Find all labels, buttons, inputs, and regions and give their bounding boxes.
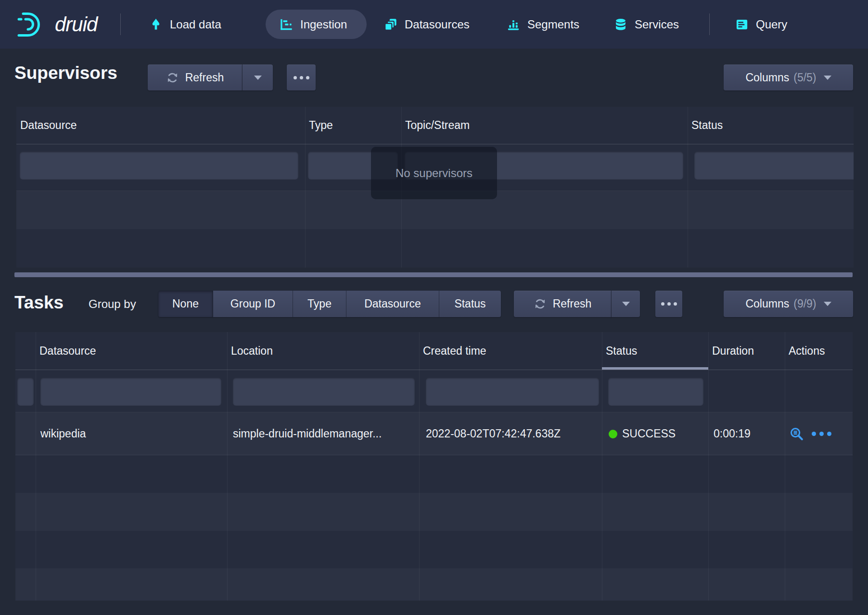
supervisors-column-header-type[interactable]: Type xyxy=(305,107,401,144)
supervisors-title: Supervisors xyxy=(14,63,117,83)
task-detail-magnifier-icon[interactable] xyxy=(789,426,804,441)
horizontal-scrollbar[interactable] xyxy=(14,272,853,277)
refresh-icon xyxy=(166,71,179,84)
task-status-cell: SUCCESS xyxy=(609,412,676,455)
tasks-filter-task-id[interactable] xyxy=(17,378,34,406)
supervisors-column-header-status[interactable]: Status xyxy=(688,107,854,144)
supervisors-empty-state: No supervisors xyxy=(371,147,497,199)
tasks-column-header-status[interactable]: Status xyxy=(602,332,708,370)
tasks-column-header-actions[interactable]: Actions xyxy=(785,332,853,370)
database-icon xyxy=(614,18,627,31)
chevron-down-icon xyxy=(254,76,262,80)
supervisors-columns-button[interactable]: Columns (5/5) xyxy=(724,64,853,90)
nav-label: Services xyxy=(635,18,679,31)
supervisors-more-button[interactable] xyxy=(287,64,316,90)
tasks-column-header-location[interactable]: Location xyxy=(227,332,419,370)
group-by-datasource-button[interactable]: Datasource xyxy=(346,291,439,317)
chevron-down-icon xyxy=(824,76,831,80)
tasks-filter-status[interactable] xyxy=(608,378,703,406)
supervisors-refresh-split-button: Refresh xyxy=(148,64,273,90)
tasks-filter-location[interactable] xyxy=(233,378,415,406)
nav-item-datasources[interactable]: Datasources xyxy=(384,0,470,49)
nav-label: Segments xyxy=(527,18,579,31)
group-by-group-id-button[interactable]: Group ID xyxy=(213,291,293,317)
task-location-cell: simple-druid-middlemanager... xyxy=(233,412,382,455)
tasks-filter-created-time[interactable] xyxy=(426,378,599,406)
tasks-refresh-split-button: Refresh xyxy=(514,291,640,317)
layers-icon xyxy=(384,18,397,31)
nav-item-ingestion[interactable]: Ingestion xyxy=(266,10,367,39)
nav-label: Load data xyxy=(170,18,221,31)
task-actions-cell xyxy=(789,412,831,455)
tasks-refresh-button[interactable]: Refresh xyxy=(514,291,611,317)
supervisors-filter-status[interactable] xyxy=(694,152,854,179)
table-row xyxy=(15,568,853,601)
refresh-icon xyxy=(534,297,547,310)
tasks-title: Tasks xyxy=(14,293,64,313)
more-icon xyxy=(661,302,677,306)
group-by-none-button[interactable]: None xyxy=(158,291,213,317)
supervisors-refresh-caret-button[interactable] xyxy=(242,64,273,90)
status-success-dot-icon xyxy=(609,430,617,438)
nav-item-load-data[interactable]: Load data xyxy=(149,0,221,49)
tasks-more-button[interactable] xyxy=(655,291,682,317)
supervisors-refresh-button[interactable]: Refresh xyxy=(148,64,242,90)
nav-item-services[interactable]: Services xyxy=(614,0,679,49)
nav-label: Ingestion xyxy=(300,18,347,31)
tasks-column-header-created-time[interactable]: Created time xyxy=(419,332,602,370)
bar-chart-icon xyxy=(507,18,520,31)
druid-logo[interactable]: druid xyxy=(17,0,97,49)
tasks-column-header-datasource[interactable]: Datasource xyxy=(36,332,227,370)
nav-divider xyxy=(709,13,710,35)
supervisors-table: Datasource Type Topic/Stream Status No s… xyxy=(16,107,854,268)
task-created-time-cell: 2022-08-02T07:42:47.638Z xyxy=(426,412,561,455)
nav-item-segments[interactable]: Segments xyxy=(507,0,579,49)
group-by-status-button[interactable]: Status xyxy=(439,291,501,317)
tasks-columns-button[interactable]: Columns (9/9) xyxy=(724,291,853,317)
group-by-type-button[interactable]: Type xyxy=(293,291,346,317)
more-icon xyxy=(294,76,309,79)
tasks-refresh-caret-button[interactable] xyxy=(611,291,640,317)
navbar: druid Load data Ingestion xyxy=(0,0,868,49)
supervisors-column-header-datasource[interactable]: Datasource xyxy=(16,107,305,144)
druid-console-page: druid Load data Ingestion xyxy=(0,0,868,615)
tasks-filter-datasource[interactable] xyxy=(40,378,221,406)
nav-label: Datasources xyxy=(405,18,470,31)
chevron-down-icon xyxy=(824,302,831,306)
druid-wordmark: druid xyxy=(55,13,97,36)
nav-label: Query xyxy=(756,18,787,31)
supervisors-column-header-topic-stream[interactable]: Topic/Stream xyxy=(401,107,688,144)
chevron-down-icon xyxy=(622,302,630,306)
nav-divider xyxy=(120,13,121,35)
nav-item-query[interactable]: Query xyxy=(735,0,787,49)
supervisors-filter-datasource[interactable] xyxy=(20,152,298,179)
gantt-chart-icon xyxy=(280,18,293,31)
task-more-actions-icon[interactable] xyxy=(812,432,831,436)
query-document-icon xyxy=(735,18,749,31)
druid-logo-icon xyxy=(17,11,49,38)
task-datasource-cell: wikipedia xyxy=(40,412,86,455)
tasks-table: Datasource Location Created time Status … xyxy=(15,332,853,601)
group-by-label: Group by xyxy=(89,297,136,311)
table-row xyxy=(15,493,853,531)
group-by-button-group: None Group ID Type Datasource Status xyxy=(158,291,501,317)
tasks-column-header-duration[interactable]: Duration xyxy=(708,332,785,370)
task-duration-cell: 0:00:19 xyxy=(714,412,751,455)
upload-icon xyxy=(149,18,163,31)
